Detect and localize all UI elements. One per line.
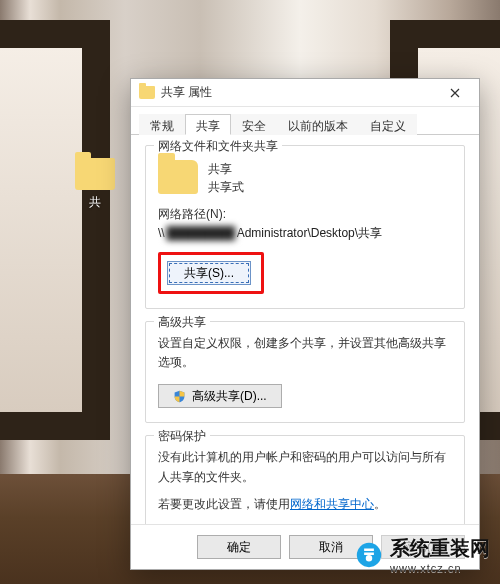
properties-dialog: 共享 属性 常规 共享 安全 以前的版本 自定义 网络文件和文件夹共享 共享 共… <box>130 78 480 570</box>
group-password-protection: 密码保护 没有此计算机的用户帐户和密码的用户可以访问与所有人共享的文件夹。 若要… <box>145 435 465 524</box>
group-network-sharing: 网络文件和文件夹共享 共享 共享式 网络路径(N): \\████████Adm… <box>145 145 465 309</box>
background-frame-left <box>0 20 110 440</box>
network-sharing-center-link[interactable]: 网络和共享中心 <box>290 497 374 511</box>
desktop-folder-label: 共 <box>75 194 115 211</box>
close-button[interactable] <box>435 80 475 106</box>
password-desc-2: 若要更改此设置，请使用网络和共享中心。 <box>158 495 452 514</box>
watermark-sub: www.xtcz.cn <box>390 562 490 574</box>
tab-security[interactable]: 安全 <box>231 114 277 135</box>
password-desc-1: 没有此计算机的用户帐户和密码的用户可以访问与所有人共享的文件夹。 <box>158 448 452 486</box>
dialog-body: 网络文件和文件夹共享 共享 共享式 网络路径(N): \\████████Adm… <box>131 135 479 524</box>
watermark-logo-icon <box>356 542 382 568</box>
tab-sharing[interactable]: 共享 <box>185 114 231 135</box>
advanced-desc: 设置自定义权限，创建多个共享，并设置其他高级共享选项。 <box>158 334 452 372</box>
desktop-folder[interactable]: 共 <box>75 158 115 211</box>
folder-icon <box>158 160 198 194</box>
titlebar: 共享 属性 <box>131 79 479 107</box>
close-icon <box>450 88 460 98</box>
folder-icon <box>75 158 115 190</box>
watermark: 系统重装网 www.xtcz.cn <box>356 535 490 574</box>
highlight-callout: 共享(S)... <box>158 252 264 294</box>
watermark-text: 系统重装网 <box>390 537 490 559</box>
group-legend: 高级共享 <box>154 314 210 331</box>
ok-button[interactable]: 确定 <box>197 535 281 559</box>
tab-customize[interactable]: 自定义 <box>359 114 417 135</box>
network-path-value: \\████████Administrator\Desktop\共享 <box>158 225 452 242</box>
shield-icon <box>173 390 186 403</box>
group-advanced-sharing: 高级共享 设置自定义权限，创建多个共享，并设置其他高级共享选项。 高级共享(D)… <box>145 321 465 423</box>
advanced-sharing-button[interactable]: 高级共享(D)... <box>158 384 282 408</box>
dialog-title: 共享 属性 <box>161 84 435 101</box>
tab-strip: 常规 共享 安全 以前的版本 自定义 <box>131 107 479 135</box>
tab-general[interactable]: 常规 <box>139 114 185 135</box>
group-legend: 密码保护 <box>154 428 210 445</box>
share-state: 共享式 <box>208 178 244 196</box>
tab-previous-versions[interactable]: 以前的版本 <box>277 114 359 135</box>
network-path-label: 网络路径(N): <box>158 206 452 223</box>
share-name: 共享 <box>208 160 244 178</box>
folder-icon <box>139 86 155 99</box>
share-button[interactable]: 共享(S)... <box>167 261 251 285</box>
